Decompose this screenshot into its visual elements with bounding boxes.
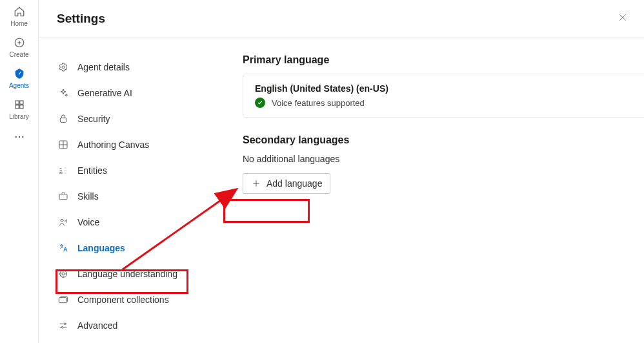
- library-icon: [13, 98, 26, 111]
- svg-point-7: [22, 136, 23, 138]
- entities-icon: ab: [57, 165, 70, 176]
- gear-icon: [57, 62, 70, 72]
- sidebar-item-label: Generative AI: [77, 88, 132, 98]
- voice-icon: [57, 217, 70, 227]
- sidebar-item-voice[interactable]: Voice: [57, 209, 204, 235]
- checkmark-circle-icon: [255, 98, 265, 108]
- settings-page: Settings Agent details Generative AI: [39, 0, 644, 343]
- sidebar-item-label: Skills: [77, 192, 99, 201]
- rail-label: Home: [10, 20, 28, 27]
- skills-icon: [57, 191, 70, 202]
- svg-point-6: [18, 136, 19, 138]
- rail-item-library[interactable]: Library: [0, 98, 39, 120]
- sidebar-item-label: Language understanding: [77, 269, 177, 278]
- svg-rect-12: [59, 194, 67, 200]
- sidebar-item-skills[interactable]: Skills: [57, 183, 204, 209]
- svg-rect-16: [59, 298, 66, 303]
- svg-rect-1: [15, 101, 19, 104]
- collections-icon: [57, 295, 70, 305]
- sliders-icon: [57, 320, 70, 331]
- rail-item-home[interactable]: Home: [0, 5, 39, 27]
- secondary-empty-message: No additional languages: [243, 154, 644, 164]
- sidebar-item-label: Entities: [77, 166, 107, 175]
- sidebar-item-label: Authoring Canvas: [77, 140, 149, 149]
- app-rail: Home Create Agents Library: [0, 0, 39, 343]
- add-language-button[interactable]: Add language: [243, 173, 330, 194]
- close-icon: [618, 13, 627, 24]
- svg-text:ab: ab: [59, 171, 63, 174]
- primary-language-heading: Primary language: [243, 54, 644, 66]
- add-language-label: Add language: [267, 178, 322, 189]
- brain-icon: [57, 269, 70, 279]
- rail-item-more[interactable]: [0, 130, 39, 143]
- primary-language-card[interactable]: English (United States) (en-US) Voice fe…: [243, 74, 644, 118]
- sidebar-item-agent-details[interactable]: Agent details: [57, 54, 204, 80]
- rail-item-create[interactable]: Create: [0, 36, 39, 58]
- sidebar-item-label: Advanced: [77, 321, 117, 330]
- rail-label: Agents: [9, 82, 29, 89]
- sidebar-item-entities[interactable]: ab Entities: [57, 158, 204, 183]
- sidebar-item-label: Voice: [77, 218, 99, 227]
- primary-language-status-row: Voice features supported: [255, 98, 641, 108]
- main-panel: Primary language English (United States)…: [204, 37, 644, 343]
- ellipsis-icon: [13, 130, 26, 143]
- home-icon: [13, 5, 26, 18]
- close-button[interactable]: [614, 9, 631, 28]
- sidebar-item-advanced[interactable]: Advanced: [57, 313, 204, 338]
- svg-point-8: [62, 66, 65, 68]
- sidebar-item-languages[interactable]: Languages: [57, 235, 204, 261]
- page-header: Settings: [39, 0, 644, 37]
- sparkle-icon: [57, 88, 70, 98]
- sidebar-item-generative-ai[interactable]: Generative AI: [57, 80, 204, 106]
- primary-language-name: English (United States) (en-US): [255, 83, 641, 94]
- sidebar-item-label: Component collections: [77, 295, 169, 304]
- lock-icon: [57, 114, 70, 124]
- page-title: Settings: [57, 12, 105, 26]
- svg-point-13: [61, 219, 63, 222]
- content-area: Agent details Generative AI Security Aut…: [39, 37, 644, 343]
- sidebar-item-language-understanding[interactable]: Language understanding: [57, 261, 204, 287]
- primary-language-status: Voice features supported: [272, 98, 365, 108]
- svg-rect-9: [60, 118, 66, 123]
- settings-sidebar: Agent details Generative AI Security Aut…: [39, 37, 204, 343]
- svg-point-5: [15, 136, 16, 138]
- svg-point-15: [62, 273, 65, 275]
- svg-rect-4: [19, 105, 23, 109]
- rail-item-agents[interactable]: Agents: [0, 67, 39, 89]
- sidebar-item-label: Languages: [77, 244, 125, 253]
- svg-rect-2: [19, 101, 23, 104]
- secondary-languages-heading: Secondary languages: [243, 134, 644, 146]
- rail-label: Create: [9, 51, 28, 58]
- sidebar-item-authoring-canvas[interactable]: Authoring Canvas: [57, 132, 204, 158]
- plus-circle-icon: [13, 36, 26, 49]
- rail-label: Library: [9, 113, 29, 120]
- sidebar-item-component-collections[interactable]: Component collections: [57, 287, 204, 313]
- sidebar-item-security[interactable]: Security: [57, 106, 204, 132]
- canvas-icon: [57, 140, 70, 150]
- svg-rect-3: [15, 105, 19, 109]
- agents-icon: [13, 67, 26, 80]
- sidebar-item-label: Security: [77, 114, 110, 123]
- languages-icon: [57, 243, 70, 253]
- plus-icon: [251, 178, 261, 189]
- sidebar-item-label: Agent details: [77, 63, 130, 72]
